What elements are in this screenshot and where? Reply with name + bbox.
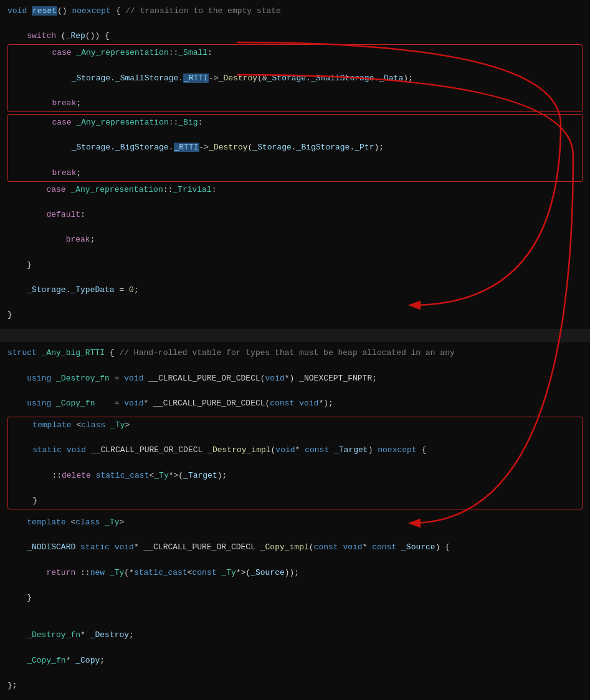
red-box-2: case _Any_representation::_Big: _Storage… [7,114,583,182]
top-code-bottom: case _Any_representation::_Trivial: defa… [7,184,583,322]
case-big-block: case _Any_representation::_Big: _Storage… [13,116,577,179]
red-box-1: case _Any_representation::_Small: _Stora… [7,44,583,112]
red-box-3: template <class _Ty> static void __CLRCA… [7,417,583,509]
top-code-panel: void reset() noexcept { // transition to… [0,0,590,331]
bottom-code-panel: struct _Any_big_RTTI { // Hand-rolled vt… [0,342,590,700]
main-container: void reset() noexcept { // transition to… [0,0,590,700]
case-small-block: case _Any_representation::_Small: _Stora… [13,47,577,110]
top-code-block: void reset() noexcept { // transition to… [7,5,583,42]
struct-big-header: struct _Any_big_RTTI { // Hand-rolled vt… [7,347,583,410]
template-copy-big: template <class _Ty> _NODISCARD static v… [7,516,583,692]
panel-separator [0,331,590,342]
template-destroy-big: template <class _Ty> static void __CLRCA… [13,419,577,507]
